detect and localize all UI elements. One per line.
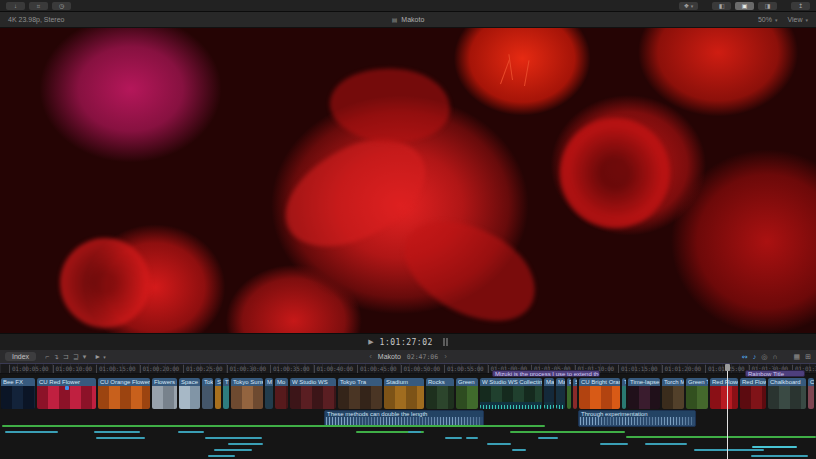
tool-select-dropdown[interactable]: ► ▾ — [94, 353, 105, 360]
timeline-clip[interactable]: Time-lapse Shutterstock — [628, 378, 660, 409]
timeline-clip[interactable]: Tokyo — [202, 378, 213, 409]
timeline-clip[interactable]: Makoto I — [556, 378, 565, 409]
title-clip[interactable]: Mizuki is the process I use to extend th… — [492, 370, 600, 377]
next-project-button[interactable]: › — [444, 352, 447, 361]
music-clip-bar[interactable] — [626, 436, 816, 438]
timeline-clip[interactable]: Chalkboard — [768, 378, 806, 409]
music-clip-bar[interactable] — [2, 425, 545, 427]
timeline-clip[interactable]: CU Red Flower — [37, 378, 96, 409]
solo-icon[interactable]: ◎ — [761, 353, 767, 361]
background-tasks-button[interactable]: ◷ — [52, 2, 71, 10]
connected-clip-bar[interactable] — [228, 443, 263, 445]
flower-stamen — [524, 60, 529, 86]
show-timeline-button[interactable]: ▣ — [735, 2, 754, 10]
import-media-button[interactable]: ↓ — [6, 2, 25, 10]
more-options-icon[interactable]: ⊞ — [805, 353, 811, 361]
viewer-view-dropdown[interactable]: View ▾ — [787, 16, 808, 23]
connected-clip-bar[interactable] — [208, 455, 235, 457]
music-clip-bar[interactable] — [510, 431, 625, 433]
playhead[interactable] — [727, 364, 728, 459]
connected-clip-bar[interactable] — [512, 449, 526, 451]
clip-name-label: CU Bright Oran — [579, 378, 620, 386]
timeline-clip[interactable]: Tokyo Sunset — [231, 378, 263, 409]
show-browser-button[interactable]: ◧ — [712, 2, 731, 10]
effects-browser-button[interactable]: ❖ ▾ — [679, 2, 698, 10]
clip-name-label: W Studio WS — [290, 378, 336, 386]
clip-name-label: CU Orange Flower — [98, 378, 150, 386]
viewer-format-info: 4K 23.98p, Stereo — [8, 16, 64, 23]
title-clip[interactable]: Rainbow Title — [745, 370, 805, 377]
connected-clip-bar[interactable] — [445, 437, 462, 439]
connected-clip-bar[interactable] — [5, 431, 58, 433]
current-timecode[interactable]: 1:01:27:02 — [380, 338, 433, 347]
viewer-zoom-dropdown[interactable]: 50% ▾ — [758, 16, 778, 23]
audio-waveform — [580, 417, 694, 425]
play-button[interactable]: ▶ — [368, 338, 373, 346]
keyword-editor-button[interactable]: ⌗ — [29, 2, 48, 10]
timeline-clip[interactable]: Green Texture — [686, 378, 708, 409]
timeline-clip[interactable]: Mo — [275, 378, 288, 409]
timeline-clip[interactable]: W Studio WS — [290, 378, 336, 409]
connected-clip-bar[interactable] — [96, 437, 145, 439]
timeline-clip[interactable]: S — [573, 378, 577, 409]
connect-edit-icon[interactable]: ⌐ — [45, 353, 49, 360]
clip-thumbnails — [480, 386, 542, 402]
clip-thumbnails — [275, 386, 288, 409]
edit-options-caret-icon[interactable]: ▾ — [83, 353, 87, 361]
timeline-clip[interactable]: Red Flower CU — [740, 378, 766, 409]
previous-project-button[interactable]: ‹ — [369, 352, 372, 361]
clip-appearance-icon[interactable]: ▦ — [794, 353, 801, 361]
timeline-ruler[interactable]: 01:00:05:0001:00:10:0001:00:15:0001:00:2… — [0, 364, 816, 374]
snapping-icon[interactable]: ∩ — [772, 353, 777, 360]
clip-thumbnails — [710, 386, 738, 409]
timeline-clip[interactable]: W Studio WS Collecting Flowers — [480, 378, 542, 409]
skimming-icon[interactable]: ↭ — [742, 353, 748, 361]
overwrite-edit-icon[interactable]: ⊒ — [73, 353, 79, 361]
clip-name-label: Stadium — [384, 378, 424, 386]
connected-clip-bar[interactable] — [408, 431, 421, 433]
connected-clip-bar[interactable] — [600, 443, 628, 445]
connected-clip-bar[interactable] — [466, 437, 478, 439]
timeline-clip[interactable]: T — [622, 378, 626, 409]
timeline-clip[interactable]: Bee FX — [1, 378, 35, 409]
connected-clip-bar[interactable] — [94, 431, 140, 433]
clip-thumbnails — [231, 386, 263, 409]
timeline-clip[interactable]: T — [223, 378, 229, 409]
chevron-down-icon: ▾ — [805, 17, 808, 23]
audio-skimming-icon[interactable]: ♪ — [753, 353, 757, 360]
timeline-clip[interactable]: S — [215, 378, 221, 409]
insert-edit-icon[interactable]: ↴ — [53, 353, 59, 361]
connected-clip-bar[interactable] — [538, 437, 558, 439]
connected-clip-bar[interactable] — [178, 431, 204, 433]
index-button[interactable]: Index — [5, 352, 36, 361]
share-button[interactable]: ↥ — [791, 2, 810, 10]
connected-clip-bar[interactable] — [694, 449, 764, 451]
show-inspector-button[interactable]: ◨ — [758, 2, 777, 10]
timeline-clip[interactable]: Tokyo Tra — [338, 378, 382, 409]
connected-clip-bar[interactable] — [205, 437, 262, 439]
timeline-clip[interactable]: CU Orange Flower — [98, 378, 150, 409]
connected-clip-bar[interactable] — [214, 449, 252, 451]
timeline-clip[interactable]: Torch MS — [662, 378, 684, 409]
clip-audio-waveform — [556, 402, 565, 409]
connected-audio-clip[interactable]: Through experimentation — [578, 410, 696, 427]
timeline-clip[interactable]: CU Bright Oran — [579, 378, 620, 409]
connected-clip-bar[interactable] — [645, 443, 687, 445]
timeline-clip[interactable]: M — [265, 378, 273, 409]
timeline-clip[interactable]: Flowers in Ice — [152, 378, 177, 409]
timeline-clip[interactable]: Space — [179, 378, 200, 409]
connected-clip-bar[interactable] — [752, 446, 797, 448]
connected-clip-bar[interactable] — [487, 443, 511, 445]
append-edit-icon[interactable]: ⊐ — [63, 353, 69, 361]
timeline-clip[interactable]: Green — [456, 378, 478, 409]
timeline-clip[interactable]: Red Flower — [710, 378, 738, 409]
timeline-clip[interactable]: C — [808, 378, 814, 409]
connected-clip-bar[interactable] — [751, 455, 808, 457]
timeline-clip[interactable]: E — [567, 378, 571, 409]
flower-petal — [325, 60, 454, 151]
timeline-clip[interactable]: Makot — [544, 378, 554, 409]
timeline-clip[interactable]: Rocks — [426, 378, 454, 409]
audio-meters-icon[interactable] — [443, 338, 448, 346]
viewer-info-bar: 4K 23.98p, Stereo ▤ Makoto 50% ▾ View ▾ — [0, 12, 816, 28]
timeline-clip[interactable]: Stadium — [384, 378, 424, 409]
